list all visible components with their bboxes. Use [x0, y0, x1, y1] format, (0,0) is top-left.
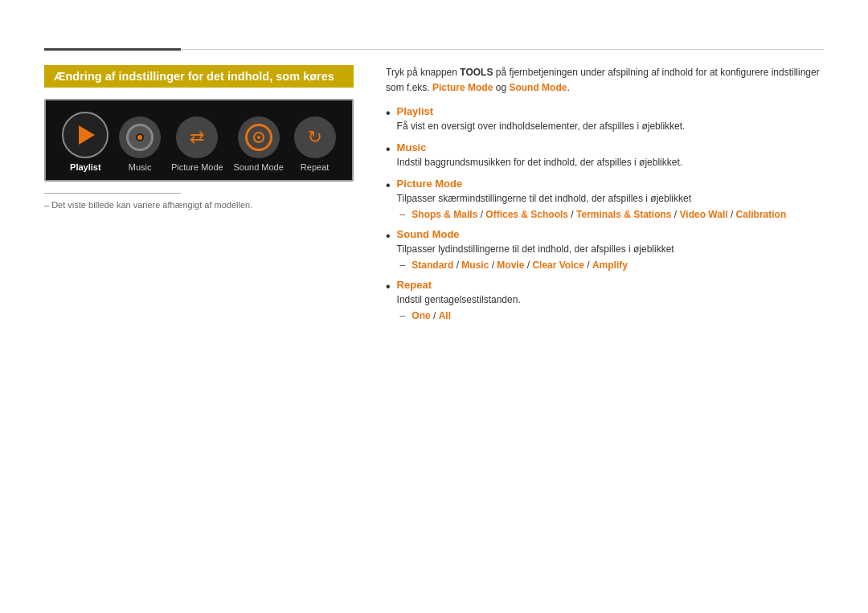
icon-item-repeat[interactable]: ↺ Repeat: [294, 116, 336, 172]
intro-paragraph: Tryk på knappen TOOLS på fjernbetjeninge…: [386, 65, 824, 96]
bullet-playlist: • Playlist Få vist en oversigt over indh…: [386, 105, 824, 133]
tools-word: TOOLS: [460, 67, 493, 78]
vinyl-center: [136, 133, 144, 141]
picture-mode-options: Shops & Malls / Offices & Schools / Term…: [411, 209, 786, 220]
option-shops-malls: Shops & Malls: [411, 209, 477, 220]
sound-mode-icon-circle: [238, 116, 280, 158]
bullet-title-sound-mode: Sound Mode: [397, 228, 824, 240]
intro-text-4: .: [567, 82, 569, 93]
repeat-sub: – One / All: [397, 310, 824, 321]
dash-sound-mode: –: [397, 260, 406, 271]
picture-mode-link: Picture Mode: [432, 82, 493, 93]
bullet-title-picture-mode: Picture Mode: [397, 178, 824, 190]
repeat-icon: ↺: [308, 127, 322, 148]
intro-text-1: Tryk på knappen: [386, 67, 460, 78]
bullet-title-playlist: Playlist: [397, 105, 824, 117]
arrows-icon: ⇄: [190, 127, 204, 148]
bullet-dot-sound-mode: •: [386, 228, 391, 243]
slash-6: /: [489, 260, 497, 271]
page-container: Ændring af indstillinger for det indhold…: [0, 0, 868, 362]
option-calibration: Calibration: [736, 209, 787, 220]
play-icon: [79, 125, 95, 145]
icon-item-playlist[interactable]: Playlist: [62, 112, 108, 172]
dash-picture-mode: –: [397, 209, 406, 220]
repeat-options: One / All: [411, 310, 451, 321]
sound-mode-sub: – Standard / Music / Movie / Clear Voice…: [397, 260, 824, 271]
slash-3: /: [672, 209, 680, 220]
slash-8: /: [584, 260, 592, 271]
picture-mode-sub: – Shops & Malls / Offices & Schools / Te…: [397, 209, 824, 220]
section-title: Ændring af indstillinger for det indhold…: [44, 65, 354, 88]
bullet-content-music: Music Indstil baggrundsmusikken for det …: [397, 141, 824, 170]
main-content: Ændring af indstillinger for det indhold…: [44, 65, 824, 329]
slash-2: /: [568, 209, 576, 220]
bullet-desc-music: Indstil baggrundsmusikken for det indhol…: [397, 155, 824, 170]
right-column: Tryk på knappen TOOLS på fjernbetjeninge…: [386, 65, 824, 329]
music-icon-circle: [119, 116, 161, 158]
option-standard: Standard: [411, 260, 453, 271]
bullet-desc-sound-mode: Tilpasser lydindstillingerne til det ind…: [397, 242, 824, 256]
bullet-list: • Playlist Få vist en oversigt over indh…: [386, 105, 824, 321]
bullet-content-repeat: Repeat Indstil gentagelsestilstanden. – …: [397, 279, 824, 321]
option-one: One: [411, 310, 430, 321]
sound-mode-link: Sound Mode: [509, 82, 567, 93]
slash-4: /: [728, 209, 736, 220]
top-line-dark: [44, 48, 181, 51]
bullet-desc-picture-mode: Tilpasser skærmindstillingerne til det i…: [397, 191, 824, 206]
option-terminals-stations: Terminals & Stations: [576, 209, 671, 220]
vinyl-icon: [126, 124, 154, 151]
target-inner: [253, 132, 264, 143]
note-text: – Det viste billede kan variere afhængig…: [44, 200, 354, 210]
repeat-icon-circle: ↺: [294, 116, 336, 158]
bullet-dot-playlist: •: [386, 105, 391, 121]
playlist-label: Playlist: [70, 162, 101, 172]
bullet-music: • Music Indstil baggrundsmusikken for de…: [386, 141, 824, 170]
option-all: All: [439, 310, 451, 321]
bullet-content-playlist: Playlist Få vist en oversigt over indhol…: [397, 105, 824, 133]
bullet-sound-mode: • Sound Mode Tilpasser lydindstillingern…: [386, 228, 824, 271]
target-dot: [257, 136, 260, 139]
top-lines: [44, 48, 824, 51]
icon-item-music[interactable]: Music: [119, 116, 161, 172]
playlist-icon-bg: [62, 112, 108, 158]
bullet-desc-playlist: Få vist en oversigt over indholdselement…: [397, 119, 824, 133]
icon-item-sound-mode[interactable]: Sound Mode: [233, 116, 283, 172]
sound-mode-label: Sound Mode: [233, 162, 283, 172]
option-clear-voice: Clear Voice: [532, 260, 583, 271]
slash-1: /: [477, 209, 485, 220]
bullet-title-music: Music: [397, 141, 824, 153]
bullet-dot-repeat: •: [386, 279, 391, 294]
icon-item-picture-mode[interactable]: ⇄ Picture Mode: [171, 116, 223, 172]
toolbar-image-box: Playlist Music ⇄: [44, 99, 354, 182]
bullet-desc-repeat: Indstil gentagelsestilstanden.: [397, 292, 824, 307]
separator-line: [44, 193, 181, 194]
icon-row: Playlist Music ⇄: [54, 112, 344, 172]
picture-mode-label: Picture Mode: [171, 162, 223, 172]
bullet-picture-mode: • Picture Mode Tilpasser skærmindstillin…: [386, 178, 824, 220]
slash-9: /: [431, 310, 439, 321]
option-offices-schools: Offices & Schools: [485, 209, 568, 220]
bullet-dot-music: •: [386, 141, 391, 157]
option-amplify: Amplify: [592, 260, 628, 271]
bullet-content-sound-mode: Sound Mode Tilpasser lydindstillingerne …: [397, 228, 824, 271]
target-icon: [245, 124, 272, 151]
music-label: Music: [129, 162, 152, 172]
bullet-repeat: • Repeat Indstil gentagelsestilstanden. …: [386, 279, 824, 321]
bullet-title-repeat: Repeat: [397, 279, 824, 291]
picture-mode-icon-circle: ⇄: [176, 116, 218, 158]
dash-repeat: –: [397, 310, 406, 321]
bullet-dot-picture-mode: •: [386, 178, 391, 193]
sound-mode-options: Standard / Music / Movie / Clear Voice /…: [411, 260, 628, 271]
top-line-light: [181, 49, 824, 50]
slash-5: /: [453, 260, 461, 271]
option-movie: Movie: [497, 260, 524, 271]
option-video-wall: Video Wall: [680, 209, 728, 220]
slash-7: /: [524, 260, 532, 271]
left-column: Ændring af indstillinger for det indhold…: [44, 65, 354, 210]
option-music: Music: [461, 260, 489, 271]
intro-text-3: og: [493, 82, 509, 93]
bullet-content-picture-mode: Picture Mode Tilpasser skærmindstillinge…: [397, 178, 824, 220]
repeat-label: Repeat: [301, 162, 329, 172]
